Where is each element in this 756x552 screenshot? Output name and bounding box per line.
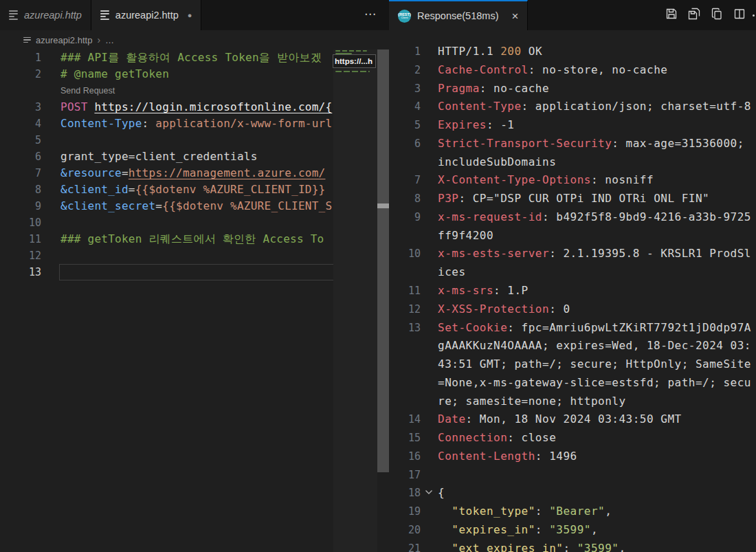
line-number: 1 <box>0 49 41 66</box>
breadcrumb-tail[interactable]: … <box>105 35 114 45</box>
code-line: { <box>438 484 755 503</box>
file-icon <box>9 10 18 20</box>
code-line: &client_secret={{$dotenv %AZURE_CLIENT_S <box>60 198 333 214</box>
file-icon <box>100 10 109 20</box>
line-number: 14 <box>389 410 421 429</box>
http-response-editor[interactable]: 1HTTP/1.1 200 OK2Cache-Control: no-store… <box>389 30 756 552</box>
line-number: 19 <box>389 503 421 521</box>
copy-icon[interactable] <box>710 7 724 21</box>
line-number: 16 <box>389 448 421 466</box>
tab-azureapi-http[interactable]: azureapi.http <box>0 0 91 30</box>
line-number: 8 <box>389 190 421 208</box>
line-number: 5 <box>0 132 41 148</box>
line-number: 3 <box>0 99 41 115</box>
floppy-copy-icon[interactable] <box>687 7 701 21</box>
line-number: 11 <box>389 282 421 300</box>
code-line: re; samesite=none; httponly <box>438 393 755 411</box>
tab-response[interactable]: {REST}Client Response(518ms) × <box>389 0 528 30</box>
chevron-right-icon: › <box>97 34 100 45</box>
more-actions-icon[interactable] <box>753 14 755 16</box>
http-request-editor[interactable]: 1### API를 활용하여 Access Token을 받아보겠2# @nam… <box>0 49 389 552</box>
right-editor-group: {REST}Client Response(518ms) × <box>389 0 756 552</box>
code-line: includeSubDomains <box>438 153 755 172</box>
code-line: "expires_in": "3599", <box>438 521 755 540</box>
code-line: ices <box>438 263 755 282</box>
code-line: &client_id={{$dotenv %AZURE_CLIENT_ID}} <box>60 181 333 198</box>
line-number: 13 <box>0 264 41 280</box>
line-number: 12 <box>0 247 41 264</box>
code-line: Set-Cookie: fpc=Amriu6pwLtZKiRT7792t1jD0… <box>438 319 755 338</box>
line-number: 12 <box>389 300 421 319</box>
breadcrumb-file[interactable]: azureapi2.http <box>36 35 92 45</box>
line-number: 10 <box>389 245 421 263</box>
line-number: 5 <box>389 116 421 135</box>
code-line: ### getToken 리퀘스트에서 확인한 Access To <box>60 231 333 247</box>
line-number: 20 <box>389 521 421 540</box>
code-line: &resource=https://management.azure.com/ <box>60 165 333 181</box>
tab-label: Response(518ms) <box>417 10 498 21</box>
code-line: 43:51 GMT; path=/; secure; HttpOnly; Sam… <box>438 355 755 374</box>
minimap-line <box>335 71 370 72</box>
code-line: "ext_expires_in": "3599", <box>438 540 755 552</box>
code-line: X-Content-Type-Options: nosniff <box>438 171 755 190</box>
code-line: x-ms-ests-server: 2.1.19395.8 - KRSLR1 P… <box>438 245 755 263</box>
line-number: 4 <box>389 98 421 116</box>
line-number: 8 <box>0 181 41 198</box>
code-line: ### API를 활용하여 Access Token을 받아보겠 <box>60 49 333 66</box>
tab-azureapi2-http[interactable]: azureapi2.http ● <box>91 0 202 30</box>
vscode-window: azureapi.http azureapi2.http ● ⋯ azureap… <box>0 0 756 552</box>
line-number: 2 <box>0 66 41 82</box>
code-line: Connection: close <box>438 429 755 448</box>
minimap-line <box>335 50 367 52</box>
line-number: 4 <box>0 115 41 132</box>
code-line: P3P: CP="DSP CUR OTPi IND OTRi ONL FIN" <box>438 190 755 208</box>
code-line: HTTP/1.1 200 OK <box>438 43 755 61</box>
close-icon[interactable]: × <box>511 10 518 22</box>
breadcrumb[interactable]: azureapi2.http › … <box>0 30 389 49</box>
code-line: Content-Type: application/x-www-form-url <box>60 115 333 132</box>
line-number: 7 <box>0 165 41 181</box>
code-line: Expires: -1 <box>438 116 755 135</box>
tab-label: azureapi.http <box>24 10 82 21</box>
left-tab-strip: azureapi.http azureapi2.http ● ⋯ <box>0 0 389 30</box>
code-line: Content-Type: application/json; charset=… <box>438 98 755 116</box>
line-number: 3 <box>389 80 421 98</box>
code-line: # @name getToken <box>60 66 333 82</box>
line-number: 6 <box>0 148 41 165</box>
line-number: 9 <box>389 208 421 227</box>
code-line: X-XSS-Protection: 0 <box>438 300 755 319</box>
code-line: Content-Length: 1496 <box>438 448 755 466</box>
code-line: gAAAKKuzN4OAAAA; expires=Wed, 18-Dec-202… <box>438 337 755 355</box>
code-line: =None,x-ms-gateway-slice=estsfd; path=/;… <box>438 374 755 393</box>
line-number: 13 <box>389 319 421 338</box>
more-actions-icon[interactable]: ⋯ <box>364 7 377 21</box>
line-number: 10 <box>0 214 41 231</box>
code-line: Cache-Control: no-store, no-cache <box>438 61 755 80</box>
split-editor-icon[interactable] <box>733 7 746 21</box>
code-line: Date: Mon, 18 Nov 2024 03:43:50 GMT <box>438 410 755 429</box>
code-line: x-ms-request-id: b492f5f8-9bd9-4216-a33b… <box>438 208 755 227</box>
scrollbar-marker <box>377 203 389 208</box>
file-icon <box>23 37 31 43</box>
code-line: Strict-Transport-Security: max-age=31536… <box>438 135 755 153</box>
code-line: ff9f4200 <box>438 227 755 245</box>
line-number: 17 <box>389 466 421 485</box>
left-editor-group: azureapi.http azureapi2.http ● ⋯ azureap… <box>0 0 389 552</box>
send-request-codelens[interactable]: Send Request <box>60 82 115 99</box>
minimap[interactable]: https://...h <box>333 49 377 552</box>
modified-dot-icon: ● <box>188 11 192 19</box>
editor-actions <box>665 7 746 21</box>
line-number: 11 <box>0 231 41 247</box>
code-line: POST https://login.microsoftonline.com/{ <box>60 99 333 115</box>
line-number: 15 <box>389 429 421 448</box>
line-number: 6 <box>389 135 421 153</box>
fold-chevron-icon[interactable] <box>424 487 435 498</box>
response-tab-strip: {REST}Client Response(518ms) × <box>389 0 756 30</box>
left-editor-scrollbar-thumb[interactable] <box>377 49 389 472</box>
rest-client-icon: {REST}Client <box>398 10 411 23</box>
minimap-url-hint: https://...h <box>333 54 376 68</box>
code-line: grant_type=client_credentials <box>60 148 333 165</box>
floppy-icon[interactable] <box>665 7 678 21</box>
line-number: 2 <box>389 61 421 80</box>
line-number: 21 <box>389 540 421 552</box>
